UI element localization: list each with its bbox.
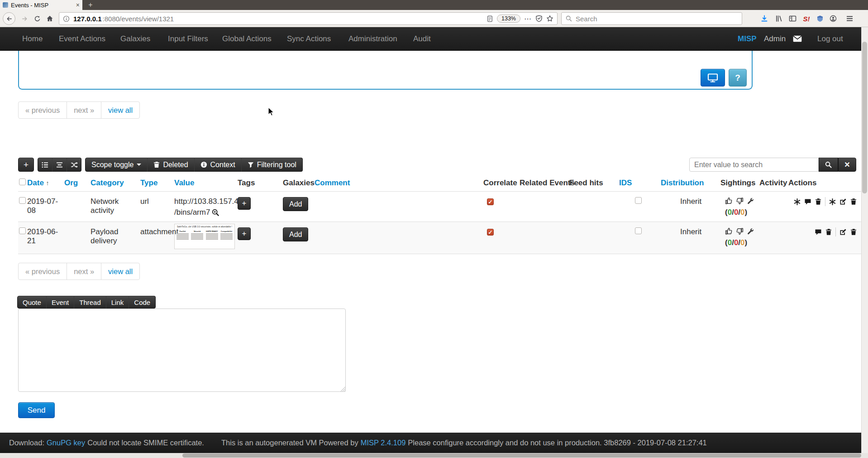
thumbs-down-icon[interactable] — [736, 227, 744, 235]
textarea-resize-handle[interactable] — [340, 386, 345, 391]
add-tag-button[interactable]: + — [238, 197, 251, 210]
ids-checkbox[interactable] — [635, 227, 642, 234]
add-galaxy-button[interactable]: Add — [283, 227, 308, 241]
nav-home[interactable]: Home — [22, 27, 43, 51]
forward-button[interactable] — [18, 12, 31, 25]
zoom-level-badge[interactable]: 133% — [497, 14, 520, 23]
discussion-message-input[interactable] — [18, 309, 346, 392]
attribute-search-button[interactable] — [819, 158, 838, 172]
url-bar[interactable]: 127.0.0.1:8080/events/view/1321 133% ⋯ — [59, 12, 558, 25]
add-attribute-button[interactable]: + — [18, 158, 34, 172]
trash-icon[interactable] — [815, 198, 821, 205]
thread-button[interactable]: Thread — [74, 296, 106, 309]
previous-page-button[interactable]: « previous — [19, 102, 67, 118]
new-tab-button[interactable]: + — [85, 0, 96, 10]
reader-mode-icon[interactable] — [486, 15, 493, 22]
asterisk-icon[interactable] — [829, 198, 836, 205]
header-distribution[interactable]: Distribution — [661, 178, 704, 187]
nav-brand-misp[interactable]: MISP — [738, 27, 757, 51]
nav-global-actions[interactable]: Global Actions — [222, 27, 272, 51]
zoom-plus-icon[interactable] — [212, 209, 219, 216]
list-view-button[interactable] — [38, 158, 52, 172]
nav-input-filters[interactable]: Input Filters — [168, 27, 208, 51]
clear-search-button[interactable]: ✕ — [838, 158, 856, 172]
correlate-checkbox[interactable]: ✓ — [487, 198, 494, 205]
extension-shield-icon[interactable] — [815, 14, 825, 24]
select-all-checkbox[interactable] — [19, 178, 26, 185]
trash-icon[interactable] — [850, 198, 857, 205]
wrench-icon[interactable] — [747, 198, 754, 205]
nav-user[interactable]: Admin — [764, 27, 786, 51]
view-all-button[interactable]: view all — [101, 102, 139, 118]
browser-search-box[interactable]: Search — [561, 12, 742, 25]
horizontal-scrollbar-thumb[interactable] — [182, 453, 861, 458]
next-page-button[interactable]: next » — [67, 263, 101, 280]
home-button[interactable] — [43, 12, 56, 25]
link-button[interactable]: Link — [106, 296, 129, 309]
downloads-icon[interactable] — [759, 14, 769, 24]
scope-toggle-button[interactable]: Scope toggle — [85, 158, 148, 172]
edit-icon[interactable] — [839, 198, 847, 205]
header-date[interactable]: Date — [27, 178, 44, 187]
site-info-icon[interactable] — [63, 15, 70, 22]
previous-page-button[interactable]: « previous — [19, 263, 67, 280]
attribute-search-input[interactable] — [689, 158, 819, 172]
header-category[interactable]: Category — [91, 178, 124, 187]
browser-tab-active[interactable]: Events - MISP × — [0, 0, 82, 10]
add-tag-button[interactable]: + — [238, 227, 251, 240]
envelope-icon[interactable] — [793, 35, 802, 42]
add-galaxy-button[interactable]: Add — [283, 197, 308, 211]
quote-button[interactable]: Quote — [17, 296, 47, 309]
enrichment-asterisk-icon[interactable] — [794, 198, 801, 205]
row-checkbox[interactable] — [19, 227, 26, 234]
shuffle-view-button[interactable] — [67, 158, 81, 172]
ids-checkbox[interactable] — [635, 197, 642, 204]
nav-logout[interactable]: Log out — [817, 27, 843, 51]
help-button[interactable]: ? — [729, 69, 747, 87]
row-checkbox[interactable] — [19, 197, 26, 204]
next-page-button[interactable]: next » — [67, 102, 101, 118]
deleted-button[interactable]: Deleted — [147, 158, 194, 172]
filtering-tool-button[interactable]: Filtering tool — [241, 158, 303, 172]
discussion-icon[interactable] — [815, 229, 822, 236]
library-icon[interactable] — [774, 14, 784, 24]
header-ids[interactable]: IDS — [619, 178, 632, 187]
header-comment[interactable]: Comment — [315, 178, 350, 187]
menu-hamburger-icon[interactable] — [844, 14, 854, 24]
gnupg-key-link[interactable]: GnuPG key — [47, 439, 85, 447]
tab-close-icon[interactable]: × — [76, 2, 80, 8]
vertical-scrollbar-thumb[interactable] — [862, 42, 867, 193]
bookmark-star-icon[interactable] — [546, 15, 553, 22]
event-button[interactable]: Event — [46, 296, 74, 309]
send-button[interactable]: Send — [18, 402, 55, 418]
proposal-view-button[interactable] — [52, 158, 67, 172]
edit-icon[interactable] — [839, 228, 847, 236]
attachment-thumbnail[interactable]: SafeToGo, clé USB 3.0 sécurisée, solide … — [174, 224, 235, 249]
header-value[interactable]: Value — [174, 178, 194, 187]
nav-audit[interactable]: Audit — [413, 27, 431, 51]
trash-icon[interactable] — [850, 228, 857, 236]
view-all-button[interactable]: view all — [101, 263, 139, 280]
code-button[interactable]: Code — [129, 296, 156, 309]
context-button[interactable]: Context — [194, 158, 242, 172]
tracking-shield-icon[interactable] — [535, 15, 543, 22]
discussion-icon[interactable] — [804, 198, 811, 205]
event-screen-button[interactable] — [701, 69, 725, 87]
thumbs-down-icon[interactable] — [736, 197, 744, 205]
back-button[interactable] — [3, 12, 15, 25]
extension-s-icon[interactable]: S! — [801, 14, 811, 24]
nav-sync-actions[interactable]: Sync Actions — [287, 27, 331, 51]
header-org[interactable]: Org — [64, 178, 78, 187]
account-icon[interactable] — [828, 14, 838, 24]
thumbs-up-icon[interactable] — [725, 227, 733, 235]
correlate-checkbox[interactable]: ✓ — [487, 229, 494, 236]
reload-button[interactable] — [31, 12, 43, 25]
nav-event-actions[interactable]: Event Actions — [59, 27, 105, 51]
wrench-icon[interactable] — [747, 228, 754, 235]
sidebar-toggle-icon[interactable] — [787, 14, 797, 24]
thumbs-up-icon[interactable] — [725, 197, 733, 205]
nav-administration[interactable]: Administration — [348, 27, 397, 51]
trash-icon[interactable] — [825, 228, 832, 236]
nav-galaxies[interactable]: Galaxies — [120, 27, 150, 51]
page-actions-icon[interactable]: ⋯ — [524, 14, 532, 23]
